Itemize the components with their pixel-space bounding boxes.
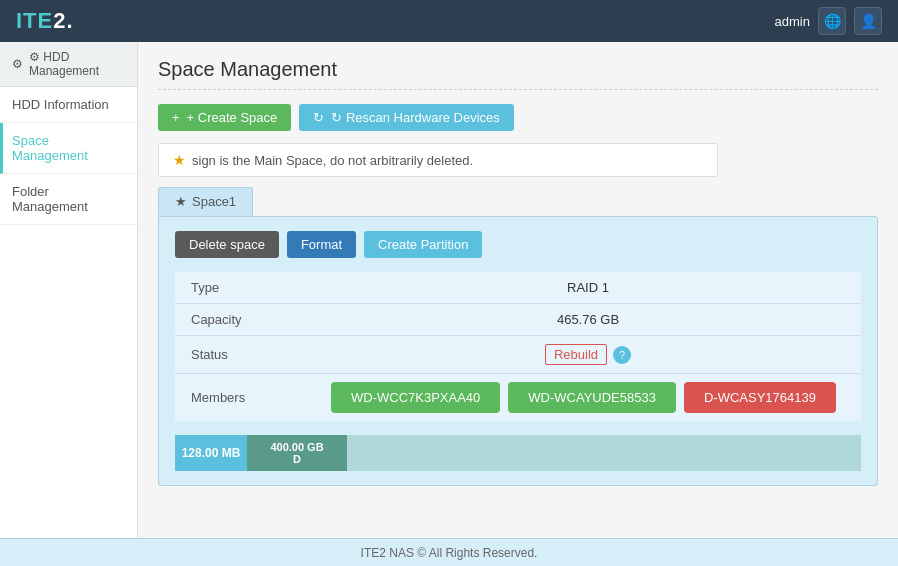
partition-segment-empty [347, 435, 861, 471]
rebuild-badge: Rebuild [545, 344, 607, 365]
create-partition-button[interactable]: Create Partition [364, 231, 482, 258]
tab-bar: ★ Space1 [158, 187, 878, 216]
user-button[interactable]: 👤 [854, 7, 882, 35]
sidebar-item-folder-management[interactable]: Folder Management [0, 174, 137, 225]
create-space-button[interactable]: + + Create Space [158, 104, 291, 131]
sidebar: ⚙ ⚙ HDD Management HDD Information Space… [0, 42, 138, 538]
header-right: admin 🌐 👤 [775, 7, 882, 35]
info-table: Type RAID 1 Capacity 465.76 GB Status Re… [175, 272, 861, 421]
sidebar-section-hdd: ⚙ ⚙ HDD Management [0, 42, 137, 87]
content-area: Space Management + + Create Space ↻ ↻ Re… [138, 42, 898, 538]
globe-button[interactable]: 🌐 [818, 7, 846, 35]
page-title: Space Management [158, 58, 878, 90]
tab-space1[interactable]: ★ Space1 [158, 187, 253, 216]
row-value-status: Rebuild ? [315, 336, 861, 374]
sidebar-item-space-management[interactable]: Space Management [0, 123, 137, 174]
members-grid: WD-WCC7K3PXAA40 WD-WCAYUDE58533 D-WCASY1… [331, 382, 845, 413]
refresh-icon: ↻ [313, 110, 324, 125]
logo-suffix: 2. [53, 8, 73, 33]
row-label-capacity: Capacity [175, 304, 315, 336]
main-layout: ⚙ ⚙ HDD Management HDD Information Space… [0, 42, 898, 538]
sidebar-item-hdd-information[interactable]: HDD Information [0, 87, 137, 123]
format-button[interactable]: Format [287, 231, 356, 258]
header: ITE2. admin 🌐 👤 [0, 0, 898, 42]
info-banner: ★ sign is the Main Space, do not arbitra… [158, 143, 718, 177]
rescan-button[interactable]: ↻ ↻ Rescan Hardware Devices [299, 104, 514, 131]
row-label-status: Status [175, 336, 315, 374]
footer-text: ITE2 NAS © All Rights Reserved. [361, 546, 538, 560]
sidebar-section-label: ⚙ HDD Management [29, 50, 125, 78]
table-row-status: Status Rebuild ? [175, 336, 861, 374]
row-value-capacity: 465.76 GB [315, 304, 861, 336]
member-button-0[interactable]: WD-WCC7K3PXAA40 [331, 382, 500, 413]
table-row-members: Members WD-WCC7K3PXAA40 WD-WCAYUDE58533 … [175, 374, 861, 422]
footer: ITE2 NAS © All Rights Reserved. [0, 538, 898, 566]
table-row-capacity: Capacity 465.76 GB [175, 304, 861, 336]
member-button-1[interactable]: WD-WCAYUDE58533 [508, 382, 676, 413]
logo: ITE2. [16, 8, 74, 34]
partition-segment-0: 128.00 MB [175, 435, 247, 471]
member-button-2[interactable]: D-WCASY1764139 [684, 382, 836, 413]
logo-prefix: ITE [16, 8, 53, 33]
admin-label: admin [775, 14, 810, 29]
row-value-members: WD-WCC7K3PXAA40 WD-WCAYUDE58533 D-WCASY1… [315, 374, 861, 422]
row-label-type: Type [175, 272, 315, 304]
help-icon[interactable]: ? [613, 346, 631, 364]
space-panel: Delete space Format Create Partition Typ… [158, 216, 878, 486]
star-icon: ★ [173, 152, 186, 168]
plus-icon: + [172, 110, 180, 125]
info-banner-text: sign is the Main Space, do not arbitrari… [192, 153, 473, 168]
delete-space-button[interactable]: Delete space [175, 231, 279, 258]
partition-segment-1: 400.00 GB D [247, 435, 347, 471]
row-label-members: Members [175, 374, 315, 422]
status-rebuild: Rebuild ? [545, 344, 631, 365]
gear-icon: ⚙ [12, 57, 23, 71]
action-row: Delete space Format Create Partition [175, 231, 861, 258]
row-value-type: RAID 1 [315, 272, 861, 304]
star-tab-icon: ★ [175, 194, 187, 209]
table-row-type: Type RAID 1 [175, 272, 861, 304]
toolbar: + + Create Space ↻ ↻ Rescan Hardware Dev… [158, 104, 878, 131]
partition-bar: 128.00 MB 400.00 GB D [175, 435, 861, 471]
